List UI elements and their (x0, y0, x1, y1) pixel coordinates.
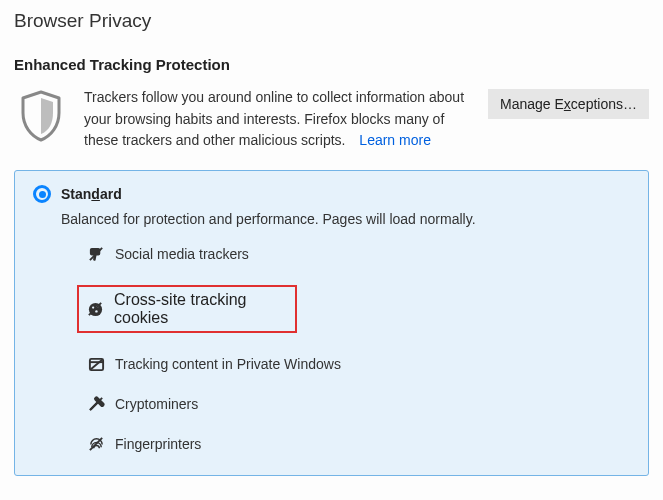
manage-exceptions-hotkey: x (564, 96, 571, 112)
tracker-label: Cross-site tracking cookies (114, 291, 287, 327)
standard-radio-row[interactable]: Standard (33, 185, 630, 203)
etp-description: Trackers follow you around online to col… (84, 87, 472, 152)
radio-selected-icon[interactable] (33, 185, 51, 203)
learn-more-link[interactable]: Learn more (359, 132, 431, 148)
standard-label-pre: Stan (61, 186, 91, 202)
manage-exceptions-button[interactable]: Manage Exceptions… (488, 89, 649, 119)
cookie-icon (87, 300, 104, 318)
tracker-list: Social media trackers Cross-site trackin… (87, 245, 630, 453)
manage-exceptions-pre: Manage E (500, 96, 564, 112)
thumbs-down-icon (87, 245, 105, 263)
page-title: Browser Privacy (14, 10, 649, 32)
standard-description: Balanced for protection and performance.… (61, 211, 630, 227)
tracker-item-finger: Fingerprinters (87, 435, 630, 453)
etp-heading: Enhanced Tracking Protection (14, 56, 649, 73)
tracker-item-content: Tracking content in Private Windows (87, 355, 630, 373)
svg-line-8 (90, 359, 101, 368)
tracker-label: Tracking content in Private Windows (115, 356, 341, 372)
tracker-item-crypto: Cryptominers (87, 395, 630, 413)
tracker-label: Fingerprinters (115, 436, 201, 452)
svg-point-4 (95, 310, 97, 312)
cryptominer-icon (87, 395, 105, 413)
window-blocked-icon (87, 355, 105, 373)
standard-option-box[interactable]: Standard Balanced for protection and per… (14, 170, 649, 476)
standard-label-hotkey: d (91, 186, 100, 202)
tracker-item-social: Social media trackers (87, 245, 630, 263)
highlight-box-cookies: Cross-site tracking cookies (77, 285, 297, 333)
standard-label: Standard (61, 186, 122, 202)
standard-label-post: ard (100, 186, 122, 202)
etp-header: Trackers follow you around online to col… (14, 87, 649, 152)
shield-icon (14, 87, 68, 145)
manage-exceptions-post: ceptions… (571, 96, 637, 112)
tracker-label: Cryptominers (115, 396, 198, 412)
tracker-label: Social media trackers (115, 246, 249, 262)
fingerprint-icon (87, 435, 105, 453)
svg-point-2 (92, 306, 94, 308)
